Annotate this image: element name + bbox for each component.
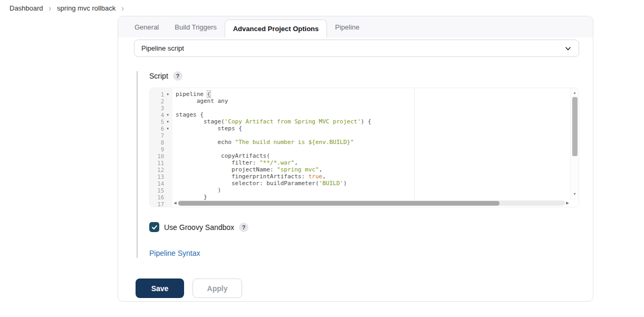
scroll-right-arrow-icon[interactable]: ▶ bbox=[565, 201, 570, 205]
definition-select-value: Pipeline script bbox=[141, 44, 184, 52]
fold-arrow-icon[interactable]: ▾ bbox=[164, 125, 171, 132]
line-number: 15 bbox=[150, 187, 164, 194]
script-code-editor[interactable]: 1▾234▾5▾6▾7891011121314151617 pipeline {… bbox=[149, 88, 579, 207]
code-line: fingerprintArtifacts: true, bbox=[176, 173, 570, 180]
line-number: 1 bbox=[150, 91, 164, 98]
gutter-row: 9 bbox=[150, 146, 172, 152]
editor-gutter: 1▾234▾5▾6▾7891011121314151617 bbox=[150, 88, 172, 207]
horizontal-scrollbar-thumb[interactable] bbox=[178, 201, 499, 206]
save-button[interactable]: Save bbox=[136, 278, 184, 298]
line-number: 17 bbox=[150, 201, 164, 207]
code-line: echo "The build number is ${env.BUILD}" bbox=[176, 139, 570, 146]
definition-select[interactable]: Pipeline script bbox=[134, 40, 579, 57]
code-line: copyArtifacts( bbox=[176, 152, 570, 159]
tab-advanced-project-options[interactable]: Advanced Project Options bbox=[225, 20, 328, 37]
panel-content: Pipeline script Script ? 1▾234▾5▾6▾78910… bbox=[118, 37, 593, 298]
script-label: Script bbox=[149, 72, 168, 80]
chevron-down-icon bbox=[564, 45, 572, 52]
gutter-row: 8 bbox=[150, 139, 172, 146]
fold-arrow-icon[interactable]: ▾ bbox=[164, 91, 171, 98]
scroll-left-arrow-icon[interactable]: ◀ bbox=[172, 201, 178, 205]
line-number: 16 bbox=[150, 194, 164, 200]
code-line bbox=[176, 104, 570, 111]
breadcrumb-separator-icon: › bbox=[121, 3, 123, 13]
gutter-row: 1▾ bbox=[150, 91, 172, 98]
line-number: 8 bbox=[150, 139, 164, 146]
line-number: 5 bbox=[150, 119, 164, 125]
tab-pipeline[interactable]: Pipeline bbox=[327, 17, 367, 37]
vertical-scrollbar-thumb[interactable] bbox=[572, 97, 578, 156]
gutter-row: 4▾ bbox=[150, 111, 172, 118]
gutter-row: 13 bbox=[150, 173, 172, 180]
gutter-row: 15 bbox=[150, 187, 172, 194]
code-line: stages { bbox=[176, 111, 570, 118]
line-number: 9 bbox=[150, 146, 164, 152]
gutter-row: 3 bbox=[150, 104, 172, 111]
fold-arrow-icon[interactable]: ▾ bbox=[164, 118, 171, 125]
editor-code-area[interactable]: pipeline { agent anystages { stage('Copy… bbox=[172, 88, 570, 200]
code-line bbox=[176, 146, 570, 152]
tab-build-triggers[interactable]: Build Triggers bbox=[167, 17, 224, 37]
checkmark-icon bbox=[151, 224, 158, 230]
breadcrumb: Dashboard›spring mvc rollback› bbox=[0, 0, 644, 16]
scroll-up-arrow-icon[interactable]: ▲ bbox=[571, 91, 579, 94]
pipeline-script-section: Script ? 1▾234▾5▾6▾7891011121314151617 p… bbox=[137, 71, 578, 258]
line-number: 14 bbox=[150, 180, 164, 187]
line-number: 11 bbox=[150, 160, 164, 166]
code-line bbox=[176, 132, 570, 139]
config-panel: GeneralBuild TriggersAdvanced Project Op… bbox=[118, 16, 593, 302]
horizontal-scrollbar-track[interactable] bbox=[178, 200, 565, 206]
editor-vertical-scrollbar[interactable]: ▲ ▼ bbox=[570, 88, 579, 200]
line-number: 6 bbox=[150, 126, 164, 132]
apply-button[interactable]: Apply bbox=[193, 278, 242, 298]
code-line: pipeline { bbox=[176, 91, 570, 98]
gutter-row: 17 bbox=[150, 200, 172, 207]
gutter-row: 14 bbox=[150, 180, 172, 187]
breadcrumb-link[interactable]: Dashboard bbox=[9, 4, 43, 12]
pipeline-syntax-link[interactable]: Pipeline Syntax bbox=[149, 249, 200, 257]
gutter-row: 5▾ bbox=[150, 118, 172, 125]
gutter-row: 11 bbox=[150, 159, 172, 166]
gutter-row: 2 bbox=[150, 98, 172, 104]
code-line: ) bbox=[176, 187, 570, 194]
line-number: 13 bbox=[150, 174, 164, 180]
gutter-row: 12 bbox=[150, 166, 172, 173]
groovy-sandbox-help-button[interactable]: ? bbox=[239, 223, 248, 232]
gutter-row: 10 bbox=[150, 152, 172, 159]
code-line: steps { bbox=[176, 125, 570, 132]
code-line: stage('Copy Artifact from Spring MVC pro… bbox=[176, 118, 570, 125]
breadcrumb-separator-icon: › bbox=[49, 3, 51, 13]
line-number: 12 bbox=[150, 167, 164, 173]
gutter-row: 7 bbox=[150, 132, 172, 139]
editor-horizontal-scrollbar[interactable]: ◀ ▶ bbox=[172, 200, 570, 206]
script-help-button[interactable]: ? bbox=[173, 71, 182, 81]
groovy-sandbox-label: Use Groovy Sandbox bbox=[164, 223, 234, 232]
gutter-row: 6▾ bbox=[150, 125, 172, 132]
line-number: 7 bbox=[150, 132, 164, 139]
line-number: 3 bbox=[150, 105, 164, 111]
breadcrumb-link[interactable]: spring mvc rollback bbox=[57, 4, 116, 12]
tab-bar: GeneralBuild TriggersAdvanced Project Op… bbox=[118, 16, 593, 37]
gutter-row: 16 bbox=[150, 194, 172, 200]
code-line: agent any bbox=[176, 98, 570, 104]
code-line: projectName: "spring mvc", bbox=[176, 166, 570, 173]
tab-general[interactable]: General bbox=[127, 17, 167, 37]
fold-arrow-icon[interactable]: ▾ bbox=[164, 111, 171, 118]
groovy-sandbox-checkbox[interactable] bbox=[149, 222, 159, 232]
scroll-down-arrow-icon[interactable]: ▼ bbox=[571, 192, 579, 196]
code-line: selector: buildParameter('BUILD') bbox=[176, 180, 570, 187]
line-number: 4 bbox=[150, 112, 164, 118]
line-number: 2 bbox=[150, 98, 164, 104]
line-number: 10 bbox=[150, 153, 164, 159]
code-line: filter: "**/*.war", bbox=[176, 159, 570, 166]
code-line: } bbox=[176, 194, 570, 200]
